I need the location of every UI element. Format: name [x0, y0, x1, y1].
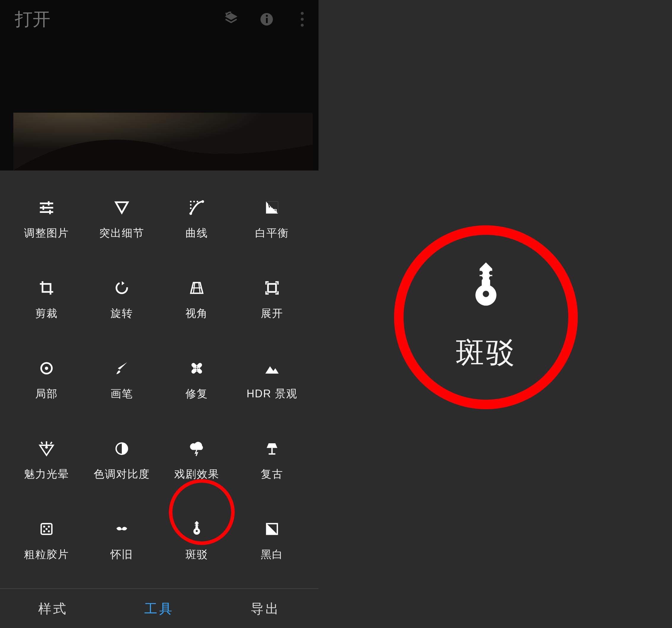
tool-label: 画笔: [111, 387, 133, 401]
tool-details[interactable]: 突出细节: [99, 199, 144, 240]
rotate-icon: [113, 279, 131, 297]
tool-vintage[interactable]: 复古: [261, 440, 283, 482]
tool-label: 白平衡: [255, 226, 289, 240]
tools-panel: 调整图片突出细节曲线白平衡剪裁旋转视角展开局部画笔修复HDR 景观魅力光晕色调对…: [0, 170, 318, 589]
tool-label: 旋转: [111, 306, 133, 321]
tool-white-balance[interactable]: 白平衡: [255, 199, 289, 240]
wb-icon: [263, 199, 281, 216]
tool-brush[interactable]: 画笔: [111, 359, 133, 401]
guitar-icon: [461, 262, 511, 313]
zoom-tool-label: 斑驳: [456, 333, 516, 372]
tool-hdr[interactable]: HDR 景观: [246, 359, 297, 401]
tool-curves[interactable]: 曲线: [186, 199, 208, 240]
tool-crop[interactable]: 剪裁: [35, 279, 58, 321]
tool-retrolux[interactable]: 怀旧: [111, 520, 133, 562]
tool-perspective[interactable]: 视角: [186, 279, 208, 321]
tool-label: HDR 景观: [246, 387, 297, 401]
bottom-tabs: 样式 工具 导出: [0, 589, 318, 628]
info-icon[interactable]: [256, 9, 277, 30]
sliders-icon: [38, 199, 55, 216]
tab-styles[interactable]: 样式: [0, 589, 106, 628]
tool-grunge[interactable]: 斑驳: [186, 520, 208, 562]
triangle-down-icon: [113, 199, 131, 216]
highlight-circle-large: 斑驳: [394, 225, 578, 409]
layers-icon[interactable]: [221, 9, 241, 30]
tool-label: 剪裁: [35, 306, 58, 321]
tool-label: 戏剧效果: [174, 467, 219, 482]
curve-icon: [188, 199, 206, 216]
tool-selective[interactable]: 局部: [35, 359, 58, 401]
mountains-icon: [263, 359, 281, 377]
tool-label: 粗粒胶片: [24, 548, 69, 562]
tab-export[interactable]: 导出: [212, 589, 318, 628]
tool-label: 修复: [186, 387, 208, 401]
tool-drama[interactable]: 戏剧效果: [174, 440, 219, 482]
half-circle-icon: [113, 440, 131, 458]
tool-label: 色调对比度: [94, 467, 150, 482]
tool-healing[interactable]: 修复: [186, 359, 208, 401]
tool-label: 魅力光晕: [24, 467, 69, 482]
tab-tools[interactable]: 工具: [106, 589, 212, 628]
tool-label: 突出细节: [99, 226, 144, 240]
image-preview-area: 打开: [0, 0, 318, 170]
open-button[interactable]: 打开: [15, 7, 50, 31]
tool-grainy[interactable]: 粗粒胶片: [24, 520, 69, 562]
tool-label: 曲线: [186, 226, 208, 240]
dice-icon: [38, 520, 55, 538]
bandage-icon: [188, 359, 206, 377]
tool-rotate[interactable]: 旋转: [111, 279, 133, 321]
perspective-icon: [188, 279, 206, 297]
tool-label: 复古: [261, 467, 283, 482]
glow-icon: [38, 440, 55, 458]
tool-bw[interactable]: 黑白: [261, 520, 283, 562]
brush-icon: [113, 359, 131, 377]
lamp-icon: [263, 440, 281, 458]
tool-glamour[interactable]: 魅力光晕: [24, 440, 69, 482]
tool-label: 展开: [261, 306, 283, 321]
tool-label: 调整图片: [24, 226, 69, 240]
tool-tune[interactable]: 调整图片: [24, 199, 69, 240]
target-icon: [38, 359, 55, 377]
top-bar: 打开: [0, 0, 318, 39]
tool-label: 局部: [35, 387, 58, 401]
bw-icon: [263, 520, 281, 538]
more-icon[interactable]: [292, 9, 313, 30]
tool-label: 黑白: [261, 548, 283, 562]
expand-icon: [263, 279, 281, 297]
mustache-icon: [113, 520, 131, 538]
guitar-icon: [188, 520, 206, 538]
tool-tonal[interactable]: 色调对比度: [94, 440, 150, 482]
cloud-bolt-icon: [188, 440, 206, 458]
tool-label: 怀旧: [111, 548, 133, 562]
crop-icon: [38, 279, 55, 297]
tool-label: 斑驳: [186, 548, 208, 562]
tool-label: 视角: [186, 306, 208, 321]
tool-expand[interactable]: 展开: [261, 279, 283, 321]
divider: [0, 588, 318, 589]
preview-image: [13, 113, 313, 170]
phone-screenshot: 打开: [0, 0, 318, 628]
